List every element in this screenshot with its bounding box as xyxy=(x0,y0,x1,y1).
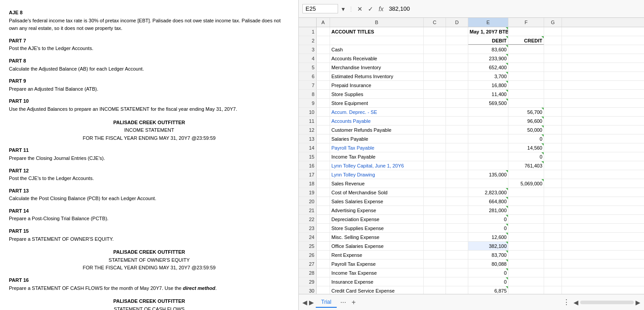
grid-cell[interactable]: Credit Card Service Expense xyxy=(330,286,424,294)
grid-cell[interactable]: 56,700 xyxy=(508,108,544,116)
cancel-icon[interactable]: ✕ xyxy=(355,5,364,13)
grid-cell[interactable]: Insurance Expense xyxy=(330,277,424,286)
grid-cell[interactable] xyxy=(468,152,508,161)
prev-sheet-arrow[interactable]: ◀ xyxy=(302,299,307,306)
grid-cell[interactable] xyxy=(424,197,446,205)
grid-cell[interactable]: Rent Expense xyxy=(330,251,424,259)
grid-cell[interactable]: Merchandise Inventory xyxy=(330,63,424,71)
grid-cell[interactable] xyxy=(544,54,562,63)
table-row[interactable]: 17Lynn Tolley Drawing135,000 xyxy=(299,170,644,179)
grid-cell[interactable]: Salaries Payable xyxy=(330,134,424,143)
table-row[interactable]: 5Merchandise Inventory652,400 xyxy=(299,63,644,72)
grid-cell[interactable]: Payroll Tax Expense xyxy=(330,260,424,268)
grid-cell[interactable] xyxy=(446,81,468,89)
grid-cell[interactable] xyxy=(508,99,544,107)
grid-cell[interactable]: 652,400 xyxy=(468,63,508,71)
grid-cell[interactable]: 80,088 xyxy=(468,260,508,268)
more-sheets-icon[interactable]: ··· xyxy=(339,298,348,306)
grid-cell[interactable] xyxy=(468,108,508,116)
grid-cell[interactable] xyxy=(544,117,562,125)
table-row[interactable]: 8Store Supplies11,400 xyxy=(299,90,644,99)
table-row[interactable]: 7Prepaid Insurance16,800 xyxy=(299,81,644,90)
grid-cell[interactable] xyxy=(508,268,544,277)
grid-cell[interactable] xyxy=(317,90,330,98)
grid-cell[interactable]: Sales Revenue xyxy=(330,179,424,188)
grid-cell[interactable] xyxy=(544,197,562,205)
grid-cell[interactable]: Sales Salaries Expense xyxy=(330,197,424,205)
grid-cell[interactable] xyxy=(446,277,468,286)
grid-cell[interactable] xyxy=(544,224,562,232)
grid-cell[interactable] xyxy=(317,152,330,161)
table-row[interactable]: 14Payroll Tax Payable14,560 xyxy=(299,143,644,152)
grid-cell[interactable] xyxy=(446,260,468,268)
grid-cell[interactable] xyxy=(446,143,468,152)
grid-cell[interactable] xyxy=(446,134,468,143)
table-row[interactable]: 21Advertising Expense281,000 xyxy=(299,206,644,215)
grid-cell[interactable] xyxy=(317,45,330,54)
grid-cell[interactable] xyxy=(446,54,468,63)
grid-cell[interactable] xyxy=(446,251,468,259)
grid-cell[interactable] xyxy=(468,143,508,152)
grid-cell[interactable] xyxy=(544,242,562,250)
grid-cell[interactable] xyxy=(446,126,468,134)
grid-cell[interactable] xyxy=(424,268,446,277)
grid-cell[interactable] xyxy=(424,63,446,71)
grid-cell[interactable]: 83,700 xyxy=(468,251,508,259)
grid-cell[interactable] xyxy=(446,45,468,54)
grid-cell[interactable] xyxy=(424,54,446,63)
grid-cell[interactable]: 12,600 xyxy=(468,233,508,241)
grid-cell[interactable] xyxy=(508,224,544,232)
grid-cell[interactable] xyxy=(424,81,446,89)
grid-cell[interactable]: 0 xyxy=(468,215,508,223)
grid-cell[interactable] xyxy=(317,206,330,214)
grid-cell[interactable]: 83,600 xyxy=(468,45,508,54)
grid-cell[interactable]: Misc. Selling Expense xyxy=(330,233,424,241)
grid-cell[interactable] xyxy=(317,233,330,241)
grid-cell[interactable] xyxy=(446,72,468,80)
grid-cell[interactable] xyxy=(508,81,544,89)
table-row[interactable]: 2DEBITCREDIT xyxy=(299,36,644,45)
grid-cell[interactable] xyxy=(317,117,330,125)
grid-cell[interactable]: 281,000 xyxy=(468,206,508,214)
grid-cell[interactable] xyxy=(508,277,544,286)
grid-cell[interactable] xyxy=(317,27,330,36)
grid-cell[interactable]: 0 xyxy=(508,152,544,161)
grid-cell[interactable] xyxy=(424,251,446,259)
grid-cell[interactable]: Accounts Receivable xyxy=(330,54,424,63)
grid-cell[interactable] xyxy=(508,90,544,98)
grid-cell[interactable] xyxy=(508,197,544,205)
grid-cell[interactable] xyxy=(446,152,468,161)
grid-cell[interactable] xyxy=(317,36,330,45)
grid-cell[interactable]: 135,000 xyxy=(468,170,508,179)
grid-cell[interactable]: 0 xyxy=(468,224,508,232)
grid-cell[interactable] xyxy=(508,215,544,223)
table-row[interactable]: 12Customer Refunds Payable50,000 xyxy=(299,126,644,134)
table-row[interactable]: 22Depreciation Expense0 xyxy=(299,215,644,224)
grid-cell[interactable]: Depreciation Expense xyxy=(330,215,424,223)
grid-cell[interactable] xyxy=(544,233,562,241)
grid-cell[interactable] xyxy=(317,277,330,286)
grid-cell[interactable] xyxy=(424,170,446,179)
table-row[interactable]: 30Credit Card Service Expense6,875 xyxy=(299,286,644,294)
table-row[interactable]: 9Store Equipment569,500 xyxy=(299,99,644,108)
grid-cell[interactable] xyxy=(508,54,544,63)
grid-cell[interactable]: DEBIT xyxy=(468,36,508,45)
grid-cell[interactable] xyxy=(508,45,544,54)
table-row[interactable]: 6Estimated Returns Inventory3,700 xyxy=(299,72,644,81)
grid-cell[interactable] xyxy=(424,36,446,45)
grid-cell[interactable] xyxy=(544,81,562,89)
grid-cell[interactable] xyxy=(317,81,330,89)
grid-cell[interactable] xyxy=(508,27,544,36)
grid-cell[interactable] xyxy=(424,224,446,232)
grid-cell[interactable]: Cash xyxy=(330,45,424,54)
grid-cell[interactable] xyxy=(317,63,330,71)
grid-cell[interactable] xyxy=(424,188,446,197)
grid-cell[interactable] xyxy=(544,277,562,286)
grid-cell[interactable] xyxy=(424,260,446,268)
grid-cell[interactable] xyxy=(544,215,562,223)
grid-cell[interactable] xyxy=(544,188,562,197)
grid-cell[interactable] xyxy=(317,215,330,223)
table-row[interactable]: 18Sales Revenue5,069,000 xyxy=(299,179,644,188)
grid-cell[interactable] xyxy=(446,268,468,277)
grid-cell[interactable] xyxy=(317,242,330,250)
